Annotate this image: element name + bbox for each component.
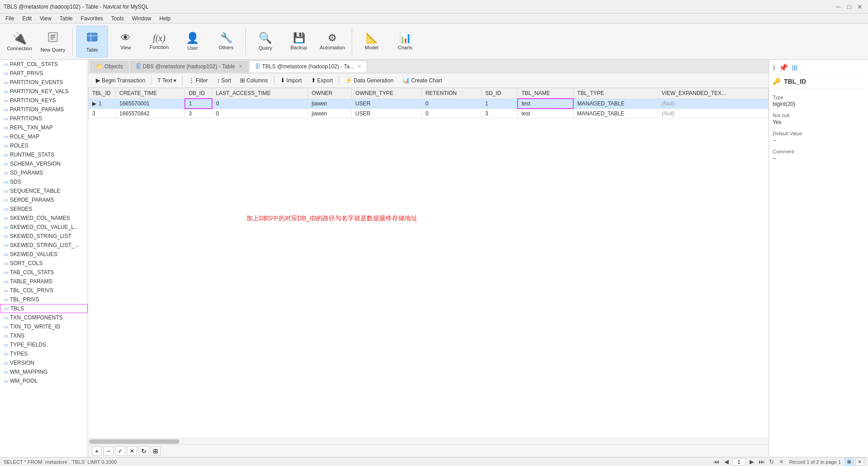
sidebar-item-skewed-col-value-loc[interactable]: ▭ SKEWED_COL_VALUE_L... — [0, 223, 88, 232]
grid-icon[interactable]: ⊞ — [792, 63, 797, 72]
cell-retention[interactable]: 0 — [421, 99, 481, 109]
sidebar-item-types[interactable]: ▭ TYPES — [0, 349, 88, 358]
sidebar-item-sd-params[interactable]: ▭ SD_PARAMS — [0, 168, 88, 177]
sidebar-item-skewed-values[interactable]: ▭ SKEWED_VALUES — [0, 250, 88, 259]
cell-tbl-id[interactable]: ▶ 1 — [89, 99, 116, 109]
delete-record-btn[interactable]: − — [104, 447, 113, 456]
user-button[interactable]: 👤 User — [177, 26, 208, 57]
sidebar-item-txn-components[interactable]: ▭ TXN_COMPONENTS — [0, 313, 88, 322]
table-container[interactable]: TBL_ID CREATE_TIME DB_ID LAST_ACCESS_TIM… — [88, 88, 769, 119]
create-chart-btn[interactable]: 📊 Create Chart — [398, 75, 446, 86]
sidebar-item-partition-keys[interactable]: ▭ PARTITION_KEYS — [0, 96, 88, 105]
cell-db-id[interactable]: 1 — [185, 99, 212, 109]
list-view-btn[interactable]: ≡ — [855, 458, 864, 466]
sidebar-item-txn-to-write-id[interactable]: ▭ TXN_TO_WRITE_ID — [0, 322, 88, 331]
col-header-owner[interactable]: OWNER — [308, 88, 352, 99]
col-header-tbl-name[interactable]: TBL_NAME — [518, 88, 573, 99]
sidebar-item-tbls[interactable]: ▭ TBLS — [0, 304, 88, 313]
page-input[interactable] — [732, 458, 746, 466]
menu-window[interactable]: Window — [128, 14, 155, 23]
info-icon[interactable]: ℹ — [773, 63, 775, 72]
sidebar-item-sequence-table[interactable]: ▭ SEQUENCE_TABLE — [0, 186, 88, 195]
add-record-btn[interactable]: + — [92, 447, 102, 456]
close-tbls-tab[interactable]: ✕ — [358, 64, 361, 69]
cell-db-id-2[interactable]: 3 — [185, 109, 212, 119]
next-page-btn[interactable]: ▶ — [748, 458, 756, 466]
cell-sd-id-2[interactable]: 3 — [481, 109, 518, 119]
col-header-last-access-time[interactable]: LAST_ACCESS_TIME — [212, 88, 308, 99]
col-header-view-expanded[interactable]: VIEW_EXPANDED_TEX... — [658, 88, 768, 99]
sidebar-item-sds[interactable]: ▭ SDS — [0, 177, 88, 186]
sidebar-item-roles[interactable]: ▭ ROLES — [0, 141, 88, 150]
sidebar-item-wm-mapping[interactable]: ▭ WM_MAPPING — [0, 367, 88, 376]
sidebar-item-partition-events[interactable]: ▭ PARTITION_EVENTS — [0, 78, 88, 87]
sidebar-item-sort-cols[interactable]: ▭ SORT_COLS — [0, 259, 88, 268]
tab-dbs[interactable]: 🗄 DBS @metastore (hadoop102) - Table ✕ — [130, 61, 248, 72]
sidebar-item-version[interactable]: ▭ VERSION — [0, 358, 88, 367]
table-row[interactable]: ▶ 1 1665570001 1 0 jiawen USER 0 1 test … — [89, 99, 769, 109]
col-header-sd-id[interactable]: SD_ID — [481, 88, 518, 99]
others-button[interactable]: 🔧 Others — [210, 26, 242, 57]
prev-page-btn[interactable]: ◀ — [722, 458, 731, 466]
sidebar-item-serde-params[interactable]: ▭ SERDE_PARAMS — [0, 195, 88, 204]
cell-owner-type[interactable]: USER — [352, 99, 422, 109]
view-button[interactable]: 👁 View — [110, 26, 142, 57]
export-btn[interactable]: ⬆ Export — [307, 75, 337, 86]
cell-view-expanded-2[interactable]: (Null) — [658, 109, 768, 119]
cell-owner-type-2[interactable]: USER — [352, 109, 422, 119]
maximize-button[interactable]: □ — [844, 2, 854, 11]
tab-objects[interactable]: 📁 Objects — [90, 61, 129, 72]
page-settings-btn[interactable]: ≡ — [778, 458, 786, 466]
cell-tbl-name-2[interactable]: test — [518, 109, 573, 119]
data-generation-btn[interactable]: ⚡ Data Generation — [341, 75, 397, 86]
charts-button[interactable]: 📊 Charts — [389, 26, 421, 57]
sidebar-item-partitions[interactable]: ▭ PARTITIONS — [0, 114, 88, 123]
col-header-create-time[interactable]: CREATE_TIME — [116, 88, 185, 99]
tab-tbls[interactable]: 🗄 TBLS @metastore (hadoop102) - Ta... ✕ — [249, 61, 367, 72]
sidebar-item-runtime-stats[interactable]: ▭ RUNTIME_STATS — [0, 150, 88, 159]
columns-btn[interactable]: ⊞ Columns — [236, 75, 272, 86]
minimize-button[interactable]: ─ — [834, 2, 843, 11]
sidebar-item-repl-txn-map[interactable]: ▭ REPL_TXN_MAP — [0, 123, 88, 132]
cell-create-time[interactable]: 1665570001 — [116, 99, 185, 109]
col-header-owner-type[interactable]: OWNER_TYPE — [352, 88, 422, 99]
new-query-button[interactable]: New Query — [37, 26, 69, 57]
grid-view-btn[interactable]: ⊞ — [844, 458, 854, 466]
menu-help[interactable]: Help — [156, 14, 175, 23]
close-dbs-tab[interactable]: ✕ — [239, 64, 242, 69]
cell-owner[interactable]: jiawen — [308, 99, 352, 109]
sidebar-item-part-col-stats[interactable]: ▭ PART_COL_STATS — [0, 60, 88, 69]
cell-retention-2[interactable]: 0 — [421, 109, 481, 119]
menu-view[interactable]: View — [36, 14, 55, 23]
menu-table[interactable]: Table — [56, 14, 76, 23]
sidebar-item-role-map[interactable]: ▭ ROLE_MAP — [0, 132, 88, 141]
sidebar-item-tab-col-stats[interactable]: ▭ TAB_COL_STATS — [0, 268, 88, 277]
menu-edit[interactable]: Edit — [19, 14, 35, 23]
refresh-btn[interactable]: ↻ — [139, 447, 149, 456]
horizontal-scrollbar[interactable] — [88, 438, 769, 444]
sidebar-item-serdes[interactable]: ▭ SERDES — [0, 204, 88, 214]
sidebar-item-skewed-string-list-val[interactable]: ▭ SKEWED_STRING_LIST_... — [0, 241, 88, 250]
import-btn[interactable]: ⬇ Import — [276, 75, 306, 86]
col-header-db-id[interactable]: DB_ID — [185, 88, 212, 99]
sidebar-item-tbl-col-privs[interactable]: ▭ TBL_COL_PRIVS — [0, 286, 88, 295]
table-button[interactable]: Table — [76, 26, 108, 57]
col-header-tbl-id[interactable]: TBL_ID — [89, 88, 116, 99]
cell-last-access-2[interactable]: 0 — [212, 109, 308, 119]
sidebar-item-skewed-col-names[interactable]: ▭ SKEWED_COL_NAMES — [0, 214, 88, 223]
menu-tools[interactable]: Tools — [108, 14, 127, 23]
backup-button[interactable]: 💾 Backup — [283, 26, 315, 57]
close-button[interactable]: ✕ — [855, 2, 864, 11]
connection-button[interactable]: 🔌 Connection — [4, 26, 35, 57]
table-row[interactable]: 3 1665570842 3 0 jiawen USER 0 3 test MA… — [89, 109, 769, 119]
sidebar-item-txns[interactable]: ▭ TXNS — [0, 331, 88, 340]
pin-icon[interactable]: 📌 — [779, 63, 788, 72]
cell-tbl-type-2[interactable]: MANAGED_TABLE — [573, 109, 658, 119]
cell-view-expanded[interactable]: (Null) — [658, 99, 768, 109]
cancel-record-btn[interactable]: ✕ — [127, 447, 137, 456]
sidebar-item-wm-pool[interactable]: ▭ WM_POOL — [0, 376, 88, 385]
model-button[interactable]: 📐 Model — [356, 26, 387, 57]
sidebar-item-table-params[interactable]: ▭ TABLE_PARAMS — [0, 277, 88, 286]
automation-button[interactable]: ⚙ Automation — [316, 26, 348, 57]
confirm-btn[interactable]: ✓ — [115, 447, 125, 456]
